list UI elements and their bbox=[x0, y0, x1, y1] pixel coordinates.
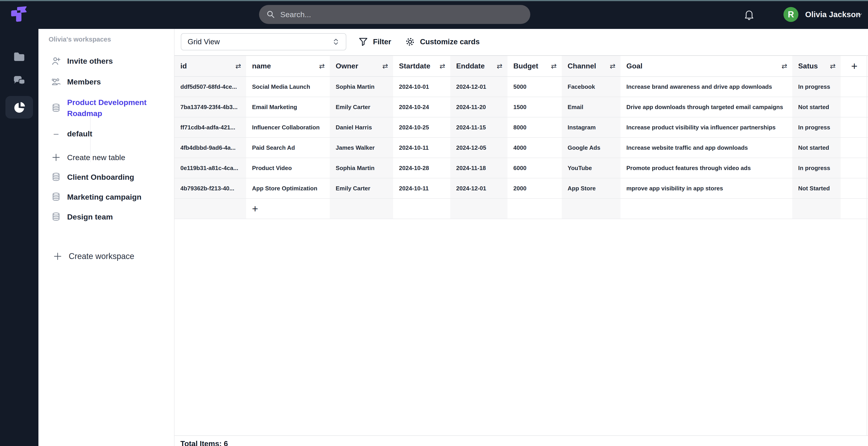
sort-toggle-icon[interactable]: ⇄ bbox=[830, 62, 836, 70]
sort-toggle-icon[interactable]: ⇄ bbox=[782, 62, 787, 70]
cell-id[interactable]: 7ba13749-23f4-4b3... bbox=[175, 97, 246, 117]
avatar[interactable]: R bbox=[783, 7, 798, 22]
cell-Channel[interactable]: App Store bbox=[562, 178, 620, 198]
column-header-Budget[interactable]: Budget⇄ bbox=[507, 56, 562, 76]
sidebar-item-members[interactable]: Members bbox=[38, 74, 174, 89]
view-selector[interactable]: Grid View bbox=[181, 33, 346, 50]
sidebar-item-table[interactable]: Marketing campaign bbox=[38, 190, 174, 204]
column-header-Satus[interactable]: Satus⇄ bbox=[792, 56, 841, 76]
cell-Owner[interactable]: Emily Carter bbox=[330, 97, 393, 117]
cell-Startdate[interactable]: 2024-10-01 bbox=[393, 77, 450, 97]
cell-name[interactable]: Social Media Launch bbox=[246, 77, 330, 97]
sidebar-item-active-table[interactable]: Product Development Roadmap bbox=[38, 94, 174, 122]
sort-toggle-icon[interactable]: ⇄ bbox=[319, 62, 325, 70]
cell-Goal[interactable]: Increase brand awareness and drive app d… bbox=[620, 77, 792, 97]
cell-Owner[interactable]: Sophia Martin bbox=[330, 158, 393, 178]
cell-id[interactable]: ddf5d507-68fd-4ce... bbox=[175, 77, 246, 97]
cell-Satus[interactable]: In progress bbox=[792, 117, 841, 137]
cell-name[interactable]: Product Video bbox=[246, 158, 330, 178]
column-header-name[interactable]: name⇄ bbox=[246, 56, 330, 76]
column-header-id[interactable]: id⇄ bbox=[175, 56, 246, 76]
user-menu-chevron-down-icon[interactable] bbox=[854, 11, 865, 19]
cell-Enddate[interactable]: 2024-11-18 bbox=[450, 158, 507, 178]
column-header-Goal[interactable]: Goal⇄ bbox=[620, 56, 792, 76]
create-workspace-button[interactable]: Create workspace bbox=[38, 248, 174, 264]
cell-name[interactable]: Influencer Collaboration bbox=[246, 117, 330, 137]
sidebar-item-tables-active[interactable] bbox=[5, 96, 33, 118]
data-grid: id⇄name⇄Owner⇄Startdate⇄Enddate⇄Budget⇄C… bbox=[175, 55, 868, 219]
cell-Goal[interactable]: Increase product visibility via influenc… bbox=[620, 117, 792, 137]
cell-name[interactable]: App Store Optimization bbox=[246, 178, 330, 198]
sidebar-item-default-view[interactable]: – default bbox=[38, 127, 174, 141]
cell-id[interactable]: 4fb4dbbd-9ad6-4a... bbox=[175, 138, 246, 158]
notifications-bell-icon[interactable] bbox=[743, 8, 755, 21]
cell-Budget[interactable]: 2000 bbox=[507, 178, 562, 198]
cell-Budget[interactable]: 1500 bbox=[507, 97, 562, 117]
table-row: 0e119b31-a81c-4ca...Product VideoSophia … bbox=[175, 158, 868, 178]
cell-Enddate[interactable]: 2024-11-15 bbox=[450, 117, 507, 137]
sidebar-item-files[interactable] bbox=[5, 45, 33, 68]
cell-Budget[interactable]: 8000 bbox=[507, 117, 562, 137]
cell-Satus[interactable]: Not started bbox=[792, 97, 841, 117]
gear-icon bbox=[405, 36, 415, 47]
empty-cell bbox=[620, 199, 792, 218]
cell-Owner[interactable]: Sophia Martin bbox=[330, 77, 393, 97]
cell-name[interactable]: Paid Search Ad bbox=[246, 138, 330, 158]
column-header-Owner[interactable]: Owner⇄ bbox=[330, 56, 393, 76]
sort-toggle-icon[interactable]: ⇄ bbox=[610, 62, 616, 70]
cell-Owner[interactable]: James Walker bbox=[330, 138, 393, 158]
cell-name[interactable]: Email Marketing bbox=[246, 97, 330, 117]
sidebar-item-table[interactable]: Design team bbox=[38, 210, 174, 224]
cell-Satus[interactable]: In progress bbox=[792, 77, 841, 97]
cell-Startdate[interactable]: 2024-10-11 bbox=[393, 178, 450, 198]
cell-Budget[interactable]: 6000 bbox=[507, 158, 562, 178]
cell-Satus[interactable]: Not Started bbox=[792, 178, 841, 198]
cell-Goal[interactable]: Increase website traffic and app downloa… bbox=[620, 138, 792, 158]
column-header-Enddate[interactable]: Enddate⇄ bbox=[450, 56, 507, 76]
cell-Enddate[interactable]: 2024-12-01 bbox=[450, 77, 507, 97]
cell-Startdate[interactable]: 2024-10-28 bbox=[393, 158, 450, 178]
cell-id[interactable]: 0e119b31-a81c-4ca... bbox=[175, 158, 246, 178]
cell-Owner[interactable]: Daniel Harris bbox=[330, 117, 393, 137]
cell-id[interactable]: ff71cdb4-adfa-421... bbox=[175, 117, 246, 137]
sort-toggle-icon[interactable]: ⇄ bbox=[440, 62, 445, 70]
create-new-table-button[interactable]: Create new table bbox=[38, 150, 174, 165]
sidebar-item-chat[interactable] bbox=[5, 70, 33, 93]
customize-cards-button[interactable]: Customize cards bbox=[405, 34, 480, 50]
sort-toggle-icon[interactable]: ⇄ bbox=[236, 62, 241, 70]
cell-Channel[interactable]: Google Ads bbox=[562, 138, 620, 158]
sort-toggle-icon[interactable]: ⇄ bbox=[382, 62, 388, 70]
add-record-button[interactable]: + bbox=[252, 203, 258, 214]
cell-Goal[interactable]: Promote product features through video a… bbox=[620, 158, 792, 178]
sidebar-item-label: Marketing campaign bbox=[67, 193, 142, 201]
app-logo-icon[interactable] bbox=[9, 5, 31, 24]
cell-Budget[interactable]: 5000 bbox=[507, 77, 562, 97]
cell-id[interactable]: 4b79362b-f213-40... bbox=[175, 178, 246, 198]
cell-Goal[interactable]: Drive app downloads through targeted ema… bbox=[620, 97, 792, 117]
cell-Channel[interactable]: Email bbox=[562, 97, 620, 117]
cell-Channel[interactable]: YouTube bbox=[562, 158, 620, 178]
cell-Enddate[interactable]: 2024-12-01 bbox=[450, 178, 507, 198]
cell-Enddate[interactable]: 2024-12-05 bbox=[450, 138, 507, 158]
cell-Goal[interactable]: mprove app visibility in app stores bbox=[620, 178, 792, 198]
search-input[interactable]: Search... bbox=[259, 5, 530, 24]
cell-Satus[interactable]: Not started bbox=[792, 138, 841, 158]
cell-Startdate[interactable]: 2024-10-11 bbox=[393, 138, 450, 158]
cell-Startdate[interactable]: 2024-10-24 bbox=[393, 97, 450, 117]
database-icon bbox=[51, 103, 61, 113]
sidebar-item-table[interactable]: Client Onboarding bbox=[38, 170, 174, 184]
column-header-Startdate[interactable]: Startdate⇄ bbox=[393, 56, 450, 76]
sort-toggle-icon[interactable]: ⇄ bbox=[551, 62, 557, 70]
column-header-Channel[interactable]: Channel⇄ bbox=[562, 56, 620, 76]
cell-Enddate[interactable]: 2024-11-20 bbox=[450, 97, 507, 117]
cell-Channel[interactable]: Instagram bbox=[562, 117, 620, 137]
cell-Satus[interactable]: In progress bbox=[792, 158, 841, 178]
sort-toggle-icon[interactable]: ⇄ bbox=[497, 62, 502, 70]
cell-Channel[interactable]: Facebook bbox=[562, 77, 620, 97]
add-column-button[interactable]: + bbox=[841, 56, 868, 76]
cell-Startdate[interactable]: 2024-10-25 bbox=[393, 117, 450, 137]
sidebar-item-invite-others[interactable]: Invite others bbox=[38, 54, 174, 68]
cell-Budget[interactable]: 4000 bbox=[507, 138, 562, 158]
cell-Owner[interactable]: Emily Carter bbox=[330, 178, 393, 198]
filter-button[interactable]: Filter bbox=[358, 34, 391, 50]
